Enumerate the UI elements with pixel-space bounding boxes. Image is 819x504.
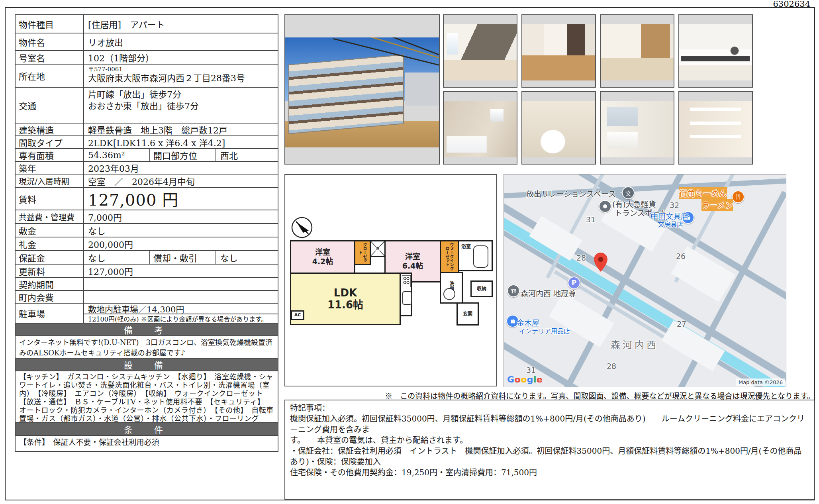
row-label: 礼金 — [16, 237, 84, 250]
stove-icon — [402, 275, 411, 287]
special-notes-line: ・保証会社：保証会社利用必須 イントラスト 機関保証加入必須。初回保証料3500… — [290, 446, 809, 467]
row-value: 54.36m² — [84, 149, 150, 161]
fridge-label: 冷 — [375, 247, 380, 251]
floorplan-fridge-space: 冷 — [370, 240, 386, 257]
room-name: 洋室 — [312, 248, 333, 257]
row-value: なし — [84, 251, 150, 264]
row-label: 築年 — [16, 162, 84, 174]
map-label-block-32: 32 — [670, 201, 679, 210]
map-label-block-27: 27 — [677, 320, 686, 328]
floorplan-entrance: 玄関 — [457, 302, 479, 326]
map-label-block-28b: 28 — [607, 362, 616, 371]
bathroom-label: 浴室 — [461, 245, 471, 249]
row-label: 建築構造 — [16, 124, 84, 135]
hallway-image — [522, 24, 595, 80]
sink-icon — [402, 291, 412, 305]
ldk-name: LDK — [327, 287, 363, 299]
row-value: 片町線「放出」徒歩7分 おおさか東「放出」徒歩7分 — [84, 88, 278, 123]
row-value: 軽量鉄骨造 地上3階 総戸数12戸 — [84, 124, 278, 135]
row-label: 共益費・管理費 — [16, 210, 84, 223]
table-row-transport: 交通 片町線「放出」徒歩7分 おおさか東「放出」徒歩7分 — [16, 87, 278, 123]
map-label-stationery-sub: 文房具店 — [658, 219, 683, 229]
map-label-block-28a: 28 — [576, 253, 586, 262]
row-value — [84, 278, 278, 290]
map-label-block-31a: 31 — [586, 215, 596, 224]
floorplan-ac-unit: AC — [291, 310, 304, 320]
room-size: 4.2帖 — [312, 257, 333, 266]
row-value: 〒577-0061 大阪府東大阪市森河内西２丁目28番3号 — [84, 65, 278, 87]
photo-storage — [678, 91, 753, 165]
table-row-structure: 建築構造 軽量鉄骨造 地上3階 総戸数12戸 — [16, 123, 278, 135]
restaurant-icon[interactable] — [732, 190, 745, 203]
row-value: 2LDK[LDK11.6 x 洋6.4 x 洋4.2] — [84, 136, 278, 148]
floorplan-storage: 収納 — [470, 280, 493, 297]
table-row-deposit: 敷金 なし — [16, 223, 278, 237]
row-value: リオ放出 — [84, 33, 278, 50]
storage-image — [679, 101, 752, 157]
row-value: 2023年03月 — [84, 162, 278, 174]
table-row-parking: 駐車場 敷地内駐車場／14,300円 12100円(軽のみ) ※区画により金額が… — [16, 303, 278, 323]
toilet-image — [522, 101, 595, 157]
table-row-neighborhood-fee: 町内会費 — [16, 290, 278, 303]
apartment-building — [288, 54, 404, 134]
bedroom-image — [444, 24, 517, 80]
floorplan-walkin-closet: ウォークインクローゼット — [440, 240, 459, 273]
row-label: 駐車場 — [16, 304, 84, 323]
compass-icon — [291, 216, 313, 240]
map-label-interior-sub: インテリア用品店 — [519, 326, 570, 335]
rent-amount: 127,000 円 — [84, 188, 278, 210]
company-pin-icon[interactable] — [599, 200, 611, 213]
row-value-2: なし — [216, 251, 278, 264]
storage-label: 収納 — [477, 287, 486, 291]
floorplan-bathroom: 浴室 — [458, 240, 493, 271]
table-row-contract-period: 契約期間 — [16, 277, 278, 290]
table-row-layout-type: 間取タイプ 2LDK[LDK11.6 x 洋6.4 x 洋4.2] — [16, 135, 278, 148]
row-label: 現況/入居時期 — [16, 175, 84, 187]
row-value — [84, 291, 278, 303]
map-attribution: Map data ©2026 — [736, 378, 785, 386]
table-row-property-type: 物件種目 [住居用] アパート — [16, 15, 278, 33]
table-row-status: 現況/入居時期 空室 ／ 2026年4月中旬 — [16, 174, 278, 187]
parking-note: 12100円(軽のみ) ※区画により金額が異なる場合があります。 — [84, 314, 278, 323]
row-label: 保証金 — [16, 251, 84, 264]
table-row-rent: 賃料 127,000 円 — [16, 187, 278, 210]
map-label-block-31b: 31 — [526, 366, 536, 375]
school-icon[interactable]: 文 — [622, 186, 635, 199]
map-label-ramen: 街角らーめん — [679, 187, 727, 199]
row-label: 敷金 — [16, 224, 84, 237]
postal-code: 〒577-0061 — [88, 66, 274, 73]
table-row-built-year: 築年 2023年03月 — [16, 161, 278, 174]
floorplan-panel: 洋室 4.2帖 クローゼット 冷 洋室 6.4帖 ウォークインクローゼット 浴室 — [284, 174, 497, 386]
closet-label: クローゼット — [358, 241, 367, 264]
room-size: 6.4帖 — [402, 261, 423, 271]
property-location-pin[interactable] — [594, 253, 607, 273]
table-row-common-fee: 共益費・管理費 7,000円 — [16, 210, 278, 223]
row-label: 物件種目 — [16, 15, 84, 33]
row-value: 空室 ／ 2026年4月中旬 — [84, 175, 278, 187]
section-header-remarks: 備 考 — [16, 323, 278, 335]
building-exterior-image — [285, 37, 439, 147]
special-notes-line: 機関保証加入必須。初回保証料35000円、月額保証料賃料等総額の1%+800円/… — [290, 414, 809, 435]
location-map[interactable]: 文 P 放出リレーションスペース 32 街角らーめん ラーメン (有)大急軽貨 … — [504, 174, 786, 387]
photo-kitchen — [678, 14, 753, 88]
section-header-equipment: 設 備 — [16, 358, 278, 371]
row-value: [住居用] アパート — [84, 15, 278, 33]
transport-line-1: 片町線「放出」徒歩7分 — [88, 89, 274, 100]
special-notes-line: す。 本貸室の電気は、貸主から配給されます。 — [290, 435, 809, 446]
ac-label: AC — [294, 313, 301, 317]
property-table: 物件種目 [住居用] アパート 物件名 リオ放出 号室名 102（1階部分） 所… — [15, 14, 278, 452]
washing-machine-icon — [443, 288, 455, 300]
washroom-image — [601, 101, 674, 157]
special-notes-box: 特記事項： 機関保証加入必須。初回保証料35000円、月額保証料賃料等総額の1%… — [284, 400, 815, 500]
ldk-size: 11.6帖 — [327, 299, 363, 311]
row-label-2: 開口部方位 — [150, 149, 216, 161]
walkin-closet-label: ウォークインクローゼット — [445, 241, 454, 272]
row-value-2: 西北 — [216, 149, 278, 161]
row-label-2: 償却・敷引 — [150, 251, 216, 264]
row-label: 交通 — [16, 88, 84, 123]
photo-toilet — [521, 91, 596, 165]
photo-washroom — [600, 91, 674, 165]
map-label-ramen-sub: ラーメン — [701, 199, 733, 211]
special-notes-line: 住宅保険・その他費用契約金：19,250円・室内清掃費用：71,500円 — [290, 467, 809, 478]
shrine-icon[interactable] — [507, 284, 520, 297]
